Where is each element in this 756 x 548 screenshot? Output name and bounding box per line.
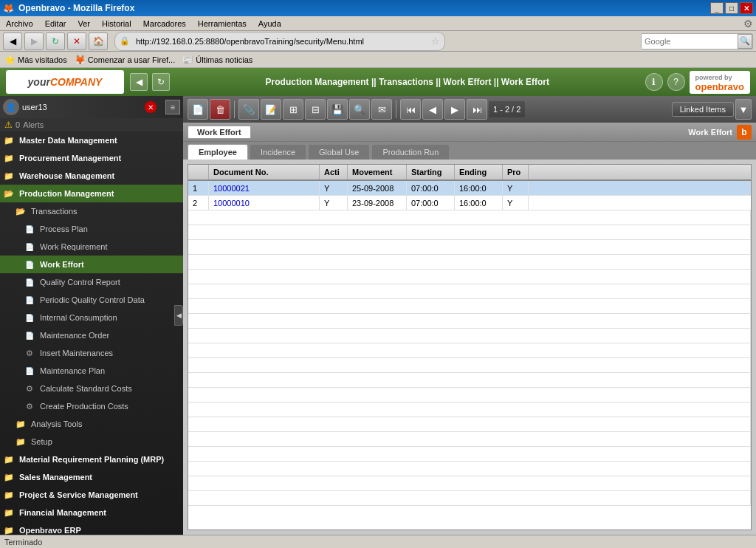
sidebar-item-maintenance-order[interactable]: 📄 Maintenance Order: [0, 326, 183, 344]
openbravo-tab-icon[interactable]: b: [737, 125, 752, 140]
sidebar-item-insert-maintenances[interactable]: ⚙ Insert Maintenances: [0, 344, 183, 362]
table-row: [188, 270, 751, 284]
sidebar-item-quality-control[interactable]: 📄 Quality Control Report: [0, 273, 183, 291]
menu-marcadores[interactable]: Marcadores: [140, 18, 189, 29]
menu-editar[interactable]: Editar: [42, 18, 69, 29]
next-button[interactable]: ▶: [444, 99, 465, 120]
col-header-document-no[interactable]: Document No.: [209, 165, 320, 179]
menu-ver[interactable]: Ver: [75, 18, 93, 29]
sidebar-user-section: 👤 user13 ✕ ≡: [0, 96, 183, 118]
window-title: 🦊 Openbravo - Mozilla Firefox: [3, 3, 710, 13]
sidebar-item-production[interactable]: 📂 Production Management: [0, 185, 183, 202]
close-button[interactable]: ✕: [740, 2, 753, 14]
sidebar-item-master-data[interactable]: 📁 Master Data Management: [0, 131, 183, 149]
app-back-button[interactable]: ◀: [130, 73, 148, 91]
sidebar-item-mrp[interactable]: 📁 Material Requirement Planning (MRP): [0, 451, 183, 468]
cell-document-no[interactable]: 10000021: [209, 181, 320, 195]
email-button[interactable]: ✉: [371, 99, 392, 120]
sidebar-item-project-service[interactable]: 📁 Project & Service Management: [0, 486, 183, 504]
sidebar-item-internal-consumption[interactable]: 📄 Internal Consumption: [0, 309, 183, 326]
app-reload-button[interactable]: ↻: [152, 73, 170, 91]
menu-historial[interactable]: Historial: [99, 18, 134, 29]
sidebar-item-calculate-std-costs[interactable]: ⚙ Calculate Standard Costs: [0, 380, 183, 397]
sidebar-item-procurement[interactable]: 📁 Procurement Management: [0, 149, 183, 167]
cell-document-no[interactable]: 10000010: [209, 196, 320, 210]
form-title-bar: Work Effort Work Effort b: [183, 123, 756, 142]
prev-button[interactable]: ◀: [422, 99, 443, 120]
col-header-pro[interactable]: Pro: [503, 165, 529, 179]
table-row[interactable]: 2 10000010 Y 23-09-2008 07:00:0 16:00:0 …: [188, 196, 751, 210]
sidebar-menu-icon[interactable]: ≡: [165, 100, 180, 114]
cell-active: Y: [320, 181, 348, 195]
col-header-starting[interactable]: Starting: [407, 165, 455, 179]
firefox-icon: 🦊: [3, 3, 14, 13]
help-button[interactable]: ?: [667, 73, 685, 91]
menu-herramientas[interactable]: Herramientas: [195, 18, 250, 29]
tab-employee[interactable]: Employee: [188, 144, 248, 160]
sidebar-collapse-button[interactable]: ◀: [174, 305, 183, 326]
linked-items-button[interactable]: Linked Items: [672, 102, 734, 117]
tab-incidence[interactable]: Incidence: [250, 144, 306, 160]
sidebar-item-analysis-tools[interactable]: 📁 Analysis Tools: [0, 415, 183, 433]
back-button[interactable]: ◀: [3, 32, 22, 50]
sidebar-item-maintenance-plan[interactable]: 📄 Maintenance Plan: [0, 362, 183, 380]
news-bookmark-icon: 📰: [182, 55, 193, 65]
copy-button[interactable]: ⊞: [283, 99, 303, 120]
sidebar-item-work-effort[interactable]: 📄 Work Effort: [0, 256, 183, 273]
export-button[interactable]: 💾: [327, 99, 348, 120]
address-bar[interactable]: [133, 34, 428, 49]
first-button[interactable]: ⏮: [400, 99, 421, 120]
app-toolbar: 📄 🗑 📎 📝 ⊞ ⊟ 💾 🔍 ✉ ⏮ ◀ ▶ ⏭ 1 - 2 / 2 Link…: [183, 96, 756, 123]
forward-button[interactable]: ▶: [24, 32, 44, 50]
bookmark-visited[interactable]: ⭐ Más visitados: [4, 55, 67, 65]
more-options-button[interactable]: ▼: [735, 99, 752, 120]
maximize-button[interactable]: □: [725, 2, 738, 14]
table-row[interactable]: 1 10000021 Y 25-09-2008 07:00:0 16:00:0 …: [188, 181, 751, 196]
col-header-ending[interactable]: Ending: [455, 165, 503, 179]
sidebar-item-work-requirement[interactable]: 📄 Work Requirement: [0, 238, 183, 256]
sidebar-item-process-plan[interactable]: 📄 Process Plan: [0, 220, 183, 238]
sidebar-item-create-prod-costs[interactable]: ⚙ Create Production Costs: [0, 397, 183, 415]
stop-button[interactable]: ✕: [67, 32, 86, 50]
last-button[interactable]: ⏭: [467, 99, 487, 120]
logout-button[interactable]: ✕: [145, 101, 157, 113]
security-lock-icon: 🔒: [120, 36, 130, 46]
notes-button[interactable]: 📝: [261, 99, 281, 120]
folder-icon: 📁: [15, 436, 27, 448]
bookmark-firefox[interactable]: 🦊 Comenzar a usar Firef...: [75, 55, 176, 65]
zoom-button[interactable]: 🔍: [349, 99, 370, 120]
menu-archivo[interactable]: Archivo: [3, 18, 36, 29]
col-header-active[interactable]: Acti: [320, 165, 348, 179]
attach-button[interactable]: 📎: [238, 99, 259, 120]
folder-icon: 📂: [15, 205, 27, 217]
sidebar-item-setup[interactable]: 📁 Setup: [0, 433, 183, 451]
new-button[interactable]: 📄: [188, 99, 208, 120]
delete-button[interactable]: 🗑: [210, 99, 230, 120]
menu-ayuda[interactable]: Ayuda: [255, 18, 284, 29]
alerts-bar[interactable]: ⚠ 0 Alerts: [0, 118, 183, 131]
col-header-movement[interactable]: Movement: [348, 165, 407, 179]
nav-toolbar: ◀ ▶ ↻ ✕ 🏠 🔒 ☆ 🔍: [0, 31, 756, 52]
info-button[interactable]: ℹ: [645, 73, 663, 91]
doc-icon: 📄: [24, 365, 35, 377]
sidebar-item-openbravo-erp[interactable]: 📁 Openbravo ERP: [0, 521, 183, 535]
sidebar-item-periodic-quality[interactable]: 📄 Periodic Quality Control Data: [0, 291, 183, 309]
tab-global-use[interactable]: Global Use: [308, 144, 370, 160]
sidebar-item-sales[interactable]: 📁 Sales Management: [0, 468, 183, 486]
window-controls[interactable]: _ □ ✕: [710, 2, 753, 14]
search-button[interactable]: 🔍: [738, 34, 752, 49]
star-icon[interactable]: ☆: [431, 35, 440, 47]
bookmark-news[interactable]: 📰 Últimas noticias: [182, 55, 252, 65]
reload-button[interactable]: ↻: [46, 32, 65, 50]
sidebar-nav: 📁 Master Data Management 📁 Procurement M…: [0, 131, 183, 535]
home-button[interactable]: 🏠: [89, 32, 108, 50]
sidebar-item-warehouse[interactable]: 📁 Warehouse Management: [0, 167, 183, 185]
tab-production-run[interactable]: Production Run: [371, 144, 450, 160]
cell-ending: 16:00:0: [455, 181, 503, 195]
sidebar-item-financial[interactable]: 📁 Financial Management: [0, 504, 183, 521]
minimize-button[interactable]: _: [710, 2, 724, 14]
form-title-tab[interactable]: Work Effort: [188, 126, 251, 139]
copy2-button[interactable]: ⊟: [305, 99, 326, 120]
sidebar-item-transactions[interactable]: 📂 Transactions: [0, 202, 183, 220]
search-input[interactable]: [642, 34, 738, 49]
